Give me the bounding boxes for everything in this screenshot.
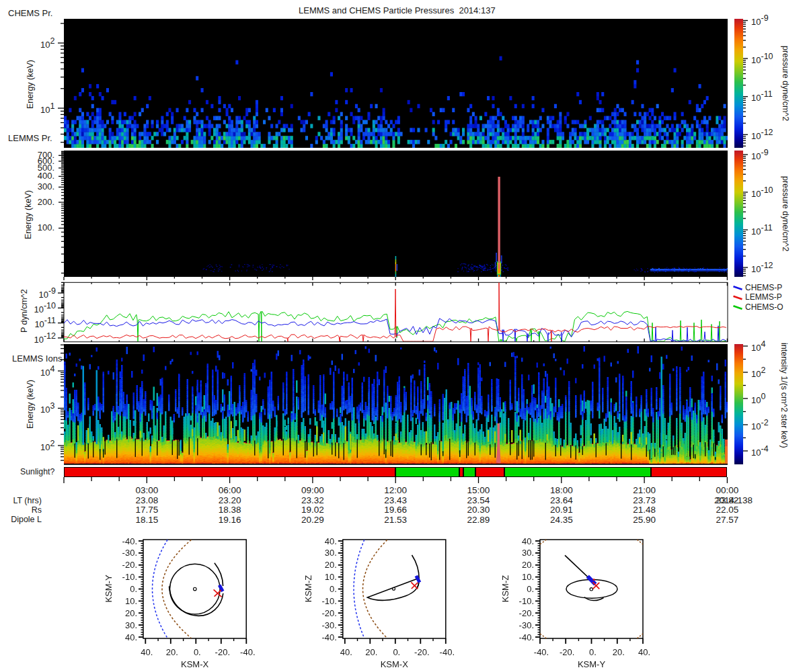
svg-text:-40.: -40. (240, 647, 255, 657)
svg-text:KSM-Z: KSM-Z (500, 575, 510, 603)
svg-text:-40.: -40. (440, 647, 455, 657)
svg-text:30.: 30. (125, 620, 137, 630)
svg-text:40.: 40. (340, 647, 352, 657)
svg-text:20.: 20. (166, 647, 178, 657)
svg-text:0.: 0. (589, 647, 597, 657)
svg-text:20.: 20. (522, 560, 534, 570)
svg-text:KSM-Y: KSM-Y (578, 659, 606, 669)
svg-text:KSM-Y: KSM-Y (104, 575, 114, 603)
svg-text:-40.: -40. (321, 632, 336, 642)
svg-text:-20.: -20. (519, 608, 534, 618)
svg-text:-20.: -20. (215, 647, 230, 657)
svg-text:-20.: -20. (560, 647, 574, 657)
svg-text:KSM-X: KSM-X (181, 659, 209, 669)
svg-text:0.: 0. (330, 584, 337, 594)
svg-text:30.: 30. (325, 548, 337, 558)
svg-text:-20.: -20. (321, 608, 336, 618)
svg-text:20.: 20. (325, 560, 337, 570)
svg-text:10.: 10. (522, 572, 534, 582)
svg-text:20.: 20. (613, 647, 625, 657)
svg-text:-30.: -30. (122, 548, 137, 558)
svg-text:-20.: -20. (122, 560, 137, 570)
svg-text:-30.: -30. (519, 620, 534, 630)
svg-text:40.: 40. (522, 536, 534, 546)
svg-text:-40.: -40. (122, 536, 137, 546)
svg-text:40.: 40. (125, 632, 137, 642)
svg-text:0.: 0. (393, 647, 400, 657)
svg-text:KSM-X: KSM-X (381, 659, 409, 669)
svg-text:KSM-Z: KSM-Z (303, 575, 313, 603)
svg-text:0.: 0. (194, 647, 201, 657)
svg-text:-40.: -40. (534, 647, 549, 657)
svg-text:20.: 20. (125, 608, 137, 618)
svg-text:-10.: -10. (122, 572, 137, 582)
svg-text:40.: 40. (325, 536, 337, 546)
svg-text:40.: 40. (141, 647, 153, 657)
svg-text:-10.: -10. (519, 596, 534, 606)
svg-text:-20.: -20. (414, 647, 429, 657)
svg-text:30.: 30. (522, 548, 534, 558)
svg-text:10.: 10. (325, 572, 337, 582)
svg-text:-40.: -40. (519, 632, 534, 642)
svg-text:40.: 40. (638, 647, 650, 657)
svg-text:10.: 10. (125, 596, 137, 606)
svg-text:0.: 0. (527, 584, 534, 594)
svg-text:20.: 20. (365, 647, 377, 657)
svg-text:-30.: -30. (321, 620, 336, 630)
svg-text:0.: 0. (130, 584, 137, 594)
svg-text:-10.: -10. (321, 596, 336, 606)
